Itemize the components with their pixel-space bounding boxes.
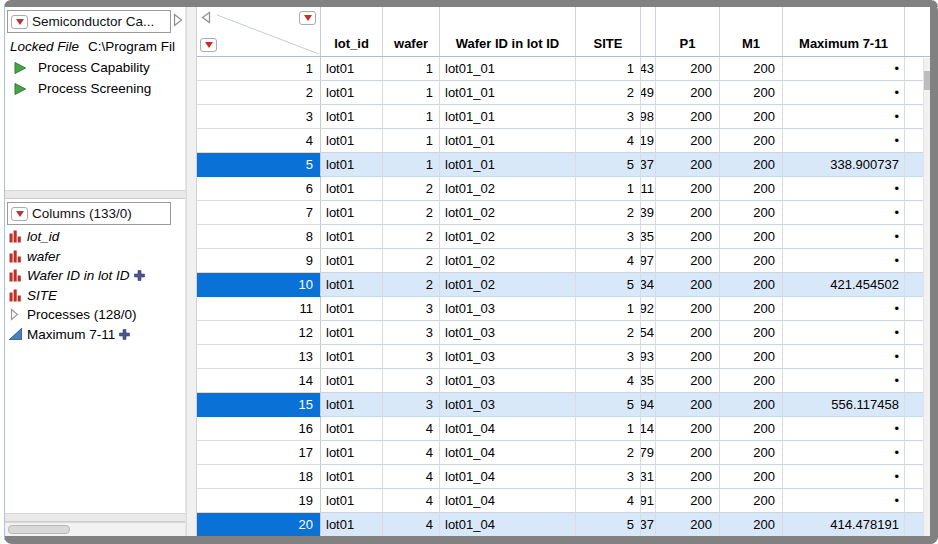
cell-m1[interactable]: 200 [720, 393, 783, 417]
cell-wafer-id[interactable]: lot01_04 [440, 441, 576, 465]
cell-p1[interactable]: 200 [656, 297, 720, 321]
cell-p1[interactable]: 200 [656, 345, 720, 369]
cell-lot-id[interactable]: lot01 [321, 465, 383, 489]
cell-m1[interactable]: 200 [720, 129, 783, 153]
cell-lot-id[interactable]: lot01 [321, 81, 383, 105]
cell-lot-id[interactable]: lot01 [321, 57, 383, 81]
columns-red-triangle-button[interactable] [299, 11, 316, 25]
cell-wafer[interactable]: 3 [383, 321, 440, 345]
cell-p1[interactable]: 200 [656, 321, 720, 345]
cell-lot-id[interactable]: lot01 [321, 321, 383, 345]
cell-p1[interactable]: 200 [656, 81, 720, 105]
cell-wafer[interactable]: 2 [383, 201, 440, 225]
cell-m1[interactable]: 200 [720, 177, 783, 201]
cell-wafer-id[interactable]: lot01_02 [440, 273, 576, 297]
row-number-cell[interactable]: 2 [197, 81, 321, 105]
cell-wafer-id[interactable]: lot01_04 [440, 513, 576, 536]
cell-wafer-id[interactable]: lot01_02 [440, 177, 576, 201]
cell-wafer[interactable]: 4 [383, 417, 440, 441]
cell-m1[interactable]: 200 [720, 489, 783, 513]
cell-wafer[interactable]: 1 [383, 81, 440, 105]
cell-maximum-7-11[interactable]: • [783, 369, 905, 393]
cell-m1[interactable]: 200 [720, 81, 783, 105]
cell-site[interactable]: 1 [576, 57, 641, 81]
cell-clipped-column[interactable]: 94 [641, 393, 656, 417]
cell-wafer-id[interactable]: lot01_01 [440, 153, 576, 177]
row-number-cell[interactable]: 15 [197, 393, 321, 417]
cell-clipped-column[interactable]: 35 [641, 225, 656, 249]
cell-site[interactable]: 2 [576, 201, 641, 225]
cell-lot-id[interactable]: lot01 [321, 153, 383, 177]
cell-p1[interactable]: 200 [656, 249, 720, 273]
row-number-cell[interactable]: 16 [197, 417, 321, 441]
cell-wafer-id[interactable]: lot01_04 [440, 417, 576, 441]
panel-splitter-bottom[interactable] [5, 513, 185, 522]
cell-clipped-column[interactable]: 39 [641, 201, 656, 225]
cell-clipped-column[interactable]: 11 [641, 177, 656, 201]
cell-m1[interactable]: 200 [720, 57, 783, 81]
cell-maximum-7-11[interactable]: • [783, 57, 905, 81]
cell-m1[interactable]: 200 [720, 321, 783, 345]
cell-p1[interactable]: 200 [656, 129, 720, 153]
table-script-item[interactable]: Process Screening [5, 79, 185, 98]
cell-clipped-column[interactable]: 14 [641, 417, 656, 441]
sidebar-splitter[interactable] [186, 7, 197, 536]
cell-wafer-id[interactable]: lot01_02 [440, 201, 576, 225]
cell-wafer[interactable]: 3 [383, 393, 440, 417]
column-header-site[interactable]: SITE [576, 7, 641, 56]
cell-clipped-column[interactable]: 31 [641, 465, 656, 489]
cell-maximum-7-11[interactable]: • [783, 297, 905, 321]
column-header-maximum-7-11[interactable]: Maximum 7-11 [783, 7, 905, 56]
cell-p1[interactable]: 200 [656, 513, 720, 536]
cell-m1[interactable]: 200 [720, 369, 783, 393]
row-number-cell[interactable]: 10 [197, 273, 321, 297]
cell-maximum-7-11[interactable]: • [783, 489, 905, 513]
row-number-cell[interactable]: 8 [197, 225, 321, 249]
row-number-cell[interactable]: 3 [197, 105, 321, 129]
row-number-cell[interactable]: 1 [197, 57, 321, 81]
cell-wafer-id[interactable]: lot01_02 [440, 249, 576, 273]
cell-wafer[interactable]: 4 [383, 489, 440, 513]
cell-lot-id[interactable]: lot01 [321, 249, 383, 273]
cell-lot-id[interactable]: lot01 [321, 273, 383, 297]
cell-wafer[interactable]: 1 [383, 153, 440, 177]
table-script-item[interactable]: Process Capability [5, 58, 185, 77]
sidebar-h-scrollbar-thumb[interactable] [8, 525, 70, 534]
cell-site[interactable]: 4 [576, 129, 641, 153]
cell-p1[interactable]: 200 [656, 489, 720, 513]
cell-wafer[interactable]: 4 [383, 513, 440, 536]
cell-p1[interactable]: 200 [656, 153, 720, 177]
cell-site[interactable]: 5 [576, 393, 641, 417]
row-number-cell[interactable]: 19 [197, 489, 321, 513]
grid-v-scrollbar-thumb[interactable] [924, 71, 930, 90]
cell-wafer[interactable]: 1 [383, 129, 440, 153]
cell-wafer[interactable]: 3 [383, 297, 440, 321]
table-panel-titlebar[interactable]: Semiconductor Ca... [7, 10, 171, 33]
cell-maximum-7-11[interactable]: • [783, 249, 905, 273]
cell-lot-id[interactable]: lot01 [321, 297, 383, 321]
cell-site[interactable]: 5 [576, 273, 641, 297]
cell-clipped-column[interactable]: 98 [641, 105, 656, 129]
column-header-wafer[interactable]: wafer [383, 7, 440, 56]
cell-clipped-column[interactable]: 97 [641, 249, 656, 273]
cell-lot-id[interactable]: lot01 [321, 441, 383, 465]
cell-lot-id[interactable]: lot01 [321, 105, 383, 129]
cell-maximum-7-11[interactable]: 338.900737 [783, 153, 905, 177]
cell-maximum-7-11[interactable]: • [783, 345, 905, 369]
cell-m1[interactable]: 200 [720, 297, 783, 321]
cell-wafer-id[interactable]: lot01_01 [440, 105, 576, 129]
cell-maximum-7-11[interactable]: • [783, 129, 905, 153]
cell-clipped-column[interactable]: 35 [641, 369, 656, 393]
cell-m1[interactable]: 200 [720, 225, 783, 249]
cell-wafer[interactable]: 2 [383, 273, 440, 297]
cell-p1[interactable]: 200 [656, 225, 720, 249]
cell-wafer[interactable]: 2 [383, 249, 440, 273]
cell-clipped-column[interactable]: 91 [641, 489, 656, 513]
cell-site[interactable]: 4 [576, 489, 641, 513]
cell-m1[interactable]: 200 [720, 513, 783, 536]
cell-maximum-7-11[interactable]: 414.478191 [783, 513, 905, 536]
cell-maximum-7-11[interactable]: • [783, 465, 905, 489]
cell-maximum-7-11[interactable]: • [783, 441, 905, 465]
cell-maximum-7-11[interactable]: • [783, 201, 905, 225]
cell-site[interactable]: 5 [576, 153, 641, 177]
